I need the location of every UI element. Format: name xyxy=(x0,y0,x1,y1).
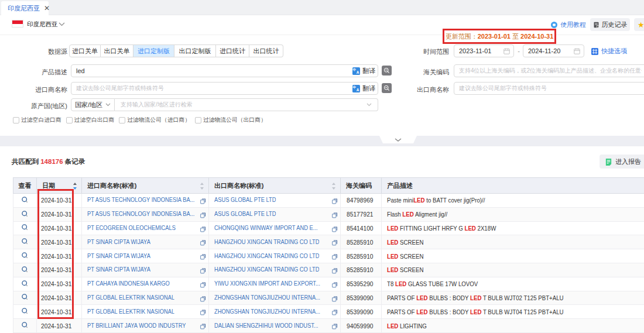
svg-text:中: 中 xyxy=(352,68,356,71)
svg-text:A: A xyxy=(357,70,359,74)
svg-text:中: 中 xyxy=(352,85,356,89)
svg-text:A: A xyxy=(357,88,359,92)
